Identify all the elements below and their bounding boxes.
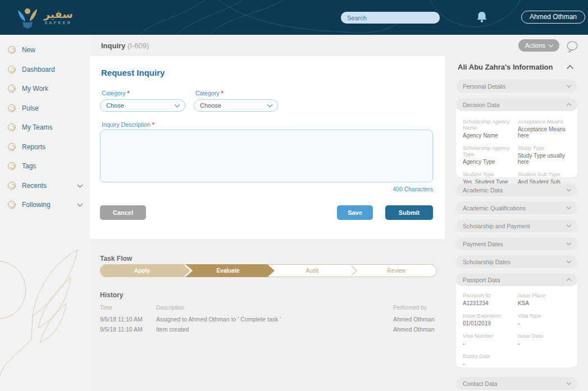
circle-placeholder-icon — [8, 66, 16, 73]
task-flow-step-apply[interactable]: Apply — [134, 268, 150, 274]
category-2-value: Choose — [200, 102, 221, 109]
chevron-down-icon — [78, 182, 83, 187]
history-description: Assigned to Ahmed Othman to ' Complete t… — [156, 316, 281, 323]
description-label: Inquiry Description * — [102, 121, 154, 128]
brand-name-latin: SAFEER — [44, 21, 72, 25]
chevron-up-icon — [567, 103, 571, 108]
task-flow-stepper[interactable]: Apply Evaluate Audit Review — [100, 264, 437, 277]
accordion-passport-data[interactable]: Passport Data — [456, 273, 577, 286]
inquiry-description-textarea[interactable] — [100, 130, 433, 182]
info-field: Scholarship Agency Type Agency Type — [463, 145, 518, 165]
task-flow-step-audit[interactable]: Audit — [306, 268, 319, 274]
info-field: Scholarship Agency Name Agency Name — [463, 118, 518, 139]
notification-bell-icon[interactable] — [476, 11, 487, 26]
circle-placeholder-icon — [8, 104, 16, 112]
sidebar-item-new[interactable]: New — [0, 40, 90, 60]
accordion-contact-data[interactable]: Contact Data — [456, 377, 577, 390]
brand-name-arabic: سفير — [44, 9, 73, 20]
accordion-payment-dates[interactable]: Payment Dates — [456, 237, 577, 250]
history-column-time: Time — [100, 305, 112, 311]
chevron-up-icon[interactable] — [567, 65, 573, 71]
sidebar-item-my-work[interactable]: My Work — [0, 79, 90, 99]
sidebar-item-following[interactable]: Following — [0, 195, 90, 215]
accordion-academic-qualifications[interactable]: Academic Qualifications — [456, 201, 577, 214]
circle-placeholder-icon — [8, 123, 16, 131]
save-button[interactable]: Save — [337, 205, 373, 220]
accordion-scholarship-and-payment[interactable]: Scholarship and Payment — [456, 219, 577, 232]
info-field: Issue Place KSA — [518, 292, 571, 306]
task-flow-step-review[interactable]: Review — [388, 268, 407, 274]
chevron-down-icon — [567, 380, 571, 385]
category-2-select[interactable]: Choose — [194, 99, 278, 112]
chevron-down-icon — [567, 241, 571, 245]
info-field: Acceptance Means Acceptance Means here — [518, 118, 571, 139]
history-description: Item created — [156, 326, 189, 333]
history-time: 9/5/18 11:10 AM — [100, 316, 143, 323]
sidebar-item-label: My Teams — [22, 123, 82, 131]
info-field: Issue Expiration 01/01/2019 — [463, 312, 518, 326]
safeer-logo-icon — [15, 4, 40, 29]
chevron-up-icon — [567, 278, 571, 283]
circle-placeholder-icon — [8, 201, 16, 209]
search-input[interactable] — [341, 12, 440, 24]
sidebar-item-label: Recents — [22, 182, 78, 190]
page-title-text: Inquiry — [101, 42, 125, 50]
category-1-value: Chose — [106, 102, 124, 109]
form-heading: Request Inquiry — [101, 68, 165, 77]
submit-button[interactable]: Submit — [385, 205, 433, 220]
required-asterisk: * — [221, 90, 224, 96]
decision-data-content: Scholarship Agency Name Agency Name Acce… — [456, 105, 577, 177]
sidebar-item-label: Following — [22, 201, 78, 209]
category-2-label: Category * — [195, 90, 224, 96]
chevron-down-icon — [78, 201, 83, 207]
comment-bubble-icon[interactable] — [566, 40, 578, 55]
chevron-down-icon — [567, 187, 571, 191]
sidebar-item-label: New — [22, 46, 82, 54]
safeer-logo[interactable]: سفير SAFEER — [15, 4, 73, 29]
chevron-down-icon — [567, 223, 571, 227]
top-navbar: سفير SAFEER Ahmed Othman — [0, 0, 588, 35]
passport-data-content: Passport ID A1231234 Issue Place KSA Iss… — [456, 280, 577, 367]
chevron-down-icon — [567, 259, 571, 263]
info-field: Study Type Study Type usually here — [518, 145, 571, 165]
chevron-down-icon — [567, 205, 571, 209]
task-flow-step-evaluate[interactable]: Evaluate — [216, 268, 240, 274]
circle-placeholder-icon — [8, 182, 16, 190]
page-item-id: (I-609) — [127, 42, 149, 50]
category-1-select[interactable]: Chose — [100, 99, 185, 112]
required-asterisk: * — [152, 121, 154, 128]
navbar-decoration — [0, 0, 588, 35]
circle-placeholder-icon — [8, 143, 16, 151]
actions-button[interactable]: Actions — [518, 39, 559, 52]
sidebar-item-tags[interactable]: Tags — [0, 157, 90, 176]
sidebar-item-reports[interactable]: Reports — [0, 137, 90, 157]
sidebar-item-label: Reports — [22, 143, 82, 151]
info-field: Visa Number - — [463, 333, 518, 347]
sidebar-item-recents[interactable]: Recents — [0, 176, 90, 196]
category-1-label: Category * — [102, 90, 130, 96]
actions-button-label: Actions — [525, 42, 545, 49]
accordion-academic-data[interactable]: Academic Data — [456, 183, 577, 196]
sidebar-item-pulse[interactable]: Pulse — [0, 99, 90, 118]
circle-placeholder-icon — [8, 162, 16, 170]
accordion-scholarship-dates[interactable]: Scholarship Dates — [456, 255, 577, 268]
history-column-performed-by: Performed by — [393, 305, 427, 311]
sidebar-item-label: Tags — [22, 162, 82, 170]
circle-placeholder-icon — [8, 85, 16, 93]
info-field: Visa Type - — [518, 312, 571, 326]
circle-placeholder-icon — [8, 46, 16, 54]
accordion-decision-data[interactable]: Decision Data — [456, 98, 577, 111]
character-counter: 400 Characters — [321, 186, 433, 192]
history-performed-by: Ahmed Othman — [393, 316, 435, 323]
cancel-button[interactable]: Cancel — [100, 205, 146, 220]
accordion-personal-details[interactable]: Personal Details — [456, 80, 577, 93]
chevron-down-icon — [175, 102, 180, 108]
sidebar-item-dashboard[interactable]: Dashboard — [0, 60, 90, 80]
sidebar-item-label: Pulse — [22, 104, 82, 112]
task-flow-title: Task Flow — [100, 255, 132, 263]
sidebar-item-my-teams[interactable]: My Teams — [0, 118, 90, 137]
app-window: سفير SAFEER Ahmed Othman — [0, 0, 588, 391]
user-menu-button[interactable]: Ahmed Othman — [521, 11, 585, 24]
chevron-down-icon — [267, 102, 273, 108]
page-title: Inquiry (I-609) — [101, 42, 149, 50]
